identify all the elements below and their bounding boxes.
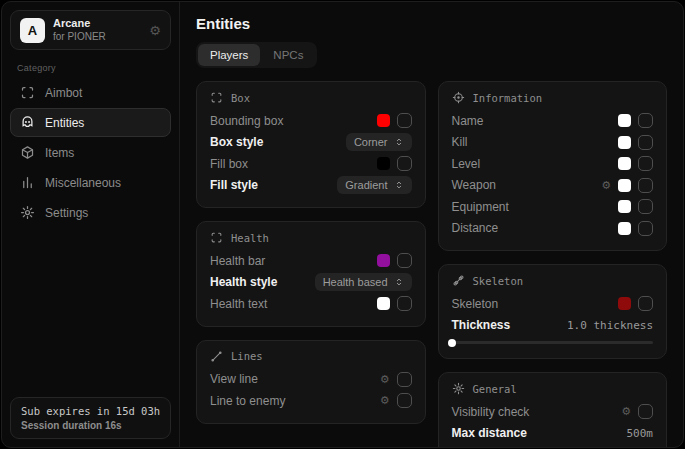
setting-row-skeleton: Skeleton — [452, 293, 654, 315]
sidebar: A Arcane for PIONER ⚙ Category Aimbot En… — [2, 2, 180, 447]
card-skeleton: Skeleton Skeleton Thickness 1.0 thicknes… — [438, 264, 668, 359]
checkbox[interactable] — [638, 221, 653, 236]
unfold-icon — [394, 277, 404, 287]
setting-row-equipment: Equipment — [452, 196, 654, 218]
color-swatch[interactable] — [618, 179, 631, 192]
sidebar-item-miscellaneous[interactable]: Miscellaneous — [10, 168, 171, 197]
subscription-card: Sub expires in 15d 03h Session duration … — [10, 397, 171, 439]
setting-label: Kill — [452, 135, 611, 149]
tab-players[interactable]: Players — [198, 44, 260, 66]
color-swatch[interactable] — [618, 136, 631, 149]
brand-logo: A — [20, 18, 45, 43]
dropdown-value: Health based — [323, 276, 388, 288]
box-style-dropdown[interactable]: Corner — [346, 133, 412, 151]
setting-row-health-style: Health style Health based — [210, 272, 412, 294]
checkbox[interactable] — [397, 393, 412, 408]
card-health: Health Health bar Health style Health ba… — [196, 221, 426, 327]
setting-label: Skeleton — [452, 297, 611, 311]
fill-style-dropdown[interactable]: Gradient — [337, 176, 411, 194]
gear-icon[interactable]: ⚙ — [380, 373, 390, 386]
scan-icon — [20, 85, 35, 100]
thickness-slider[interactable] — [452, 337, 654, 347]
main-content: Entities Players NPCs Box Bounding box — [180, 2, 683, 447]
color-swatch[interactable] — [618, 297, 631, 310]
reticle-icon — [452, 91, 465, 104]
gear-icon[interactable]: ⚙ — [380, 394, 390, 407]
checkbox[interactable] — [638, 296, 653, 311]
sidebar-item-label: Items — [45, 146, 74, 160]
scan-icon — [210, 231, 223, 244]
max-distance-slider[interactable] — [452, 445, 654, 447]
card-title: Skeleton — [473, 275, 524, 287]
card-title: Lines — [231, 350, 263, 362]
setting-label: Visibility check — [452, 405, 614, 419]
setting-row-thickness: Thickness 1.0 thickness — [452, 315, 654, 337]
setting-row-fill-style: Fill style Gradient — [210, 175, 412, 197]
dropdown-value: Gradient — [345, 179, 387, 191]
cube-icon — [20, 145, 35, 160]
color-swatch[interactable] — [618, 200, 631, 213]
color-swatch[interactable] — [377, 254, 390, 267]
setting-label: Fill box — [210, 157, 369, 171]
sidebar-item-label: Aimbot — [45, 86, 82, 100]
color-swatch[interactable] — [377, 297, 390, 310]
checkbox[interactable] — [638, 178, 653, 193]
gear-icon — [452, 382, 465, 395]
checkbox[interactable] — [397, 253, 412, 268]
card-information-header: Information — [452, 91, 654, 104]
checkbox[interactable] — [638, 199, 653, 214]
sidebar-item-entities[interactable]: Entities — [10, 108, 171, 137]
gear-icon[interactable]: ⚙ — [601, 179, 611, 192]
checkbox[interactable] — [638, 135, 653, 150]
gear-icon[interactable]: ⚙ — [621, 405, 631, 418]
bone-icon — [452, 274, 465, 287]
sub-expiry-text: Sub expires in 15d 03h — [21, 405, 160, 417]
setting-label: Health style — [210, 275, 307, 289]
checkbox[interactable] — [638, 156, 653, 171]
card-information: Information Name Kill — [438, 81, 668, 251]
brand-name: Arcane — [53, 17, 106, 31]
setting-row-box-style: Box style Corner — [210, 132, 412, 154]
setting-row-bounding-box: Bounding box — [210, 110, 412, 132]
checkbox[interactable] — [397, 372, 412, 387]
sidebar-item-aimbot[interactable]: Aimbot — [10, 78, 171, 107]
sidebar-item-settings[interactable]: Settings — [10, 198, 171, 227]
color-swatch[interactable] — [618, 114, 631, 127]
checkbox[interactable] — [638, 404, 653, 419]
color-swatch[interactable] — [618, 222, 631, 235]
setting-label: Health bar — [210, 254, 369, 268]
sidebar-item-items[interactable]: Items — [10, 138, 171, 167]
health-style-dropdown[interactable]: Health based — [315, 273, 412, 291]
setting-row-health-text: Health text — [210, 293, 412, 315]
unfold-icon — [394, 137, 404, 147]
checkbox[interactable] — [397, 156, 412, 171]
gear-icon — [20, 205, 35, 220]
setting-row-line-to-enemy: Line to enemy ⚙ — [210, 390, 412, 412]
card-box-header: Box — [210, 91, 412, 104]
unfold-icon — [394, 180, 404, 190]
checkbox[interactable] — [397, 113, 412, 128]
diagonal-line-icon — [210, 350, 223, 363]
card-title: General — [473, 383, 517, 395]
category-label: Category — [17, 63, 171, 73]
card-general-header: General — [452, 382, 654, 395]
setting-label: Weapon — [452, 178, 594, 192]
color-swatch[interactable] — [377, 114, 390, 127]
brand-card: A Arcane for PIONER ⚙ — [10, 10, 171, 50]
checkbox[interactable] — [638, 113, 653, 128]
checkbox[interactable] — [397, 296, 412, 311]
color-swatch[interactable] — [618, 157, 631, 170]
thickness-value: 1.0 thickness — [567, 319, 653, 332]
sidebar-item-label: Miscellaneous — [45, 176, 121, 190]
setting-label: Level — [452, 157, 611, 171]
bars-icon — [20, 175, 35, 190]
brand-text: Arcane for PIONER — [53, 17, 106, 43]
setting-row-kill: Kill — [452, 132, 654, 154]
setting-label: Max distance — [452, 426, 619, 440]
setting-row-health-bar: Health bar — [210, 250, 412, 272]
setting-row-level: Level — [452, 153, 654, 175]
tab-npcs[interactable]: NPCs — [261, 44, 315, 66]
dropdown-value: Corner — [354, 136, 388, 148]
gear-icon[interactable]: ⚙ — [149, 23, 161, 38]
color-swatch[interactable] — [377, 157, 390, 170]
